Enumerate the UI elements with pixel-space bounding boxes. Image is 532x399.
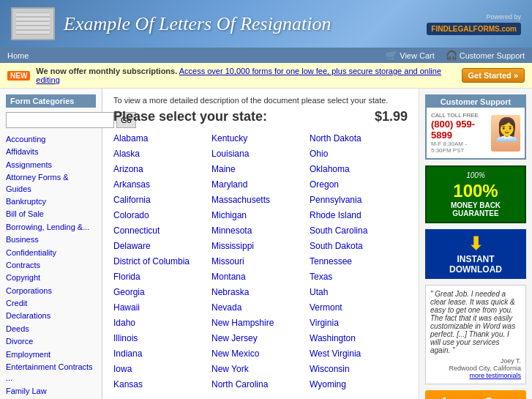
sidebar-link[interactable]: Accounting <box>6 134 96 145</box>
state-link[interactable]: Utah <box>310 286 408 299</box>
state-link[interactable]: West Virginia <box>310 347 408 360</box>
brand-logo: FINDLEGALFORMS.com <box>427 23 521 35</box>
logo-image <box>11 7 55 40</box>
sidebar-link[interactable]: Credit <box>6 298 96 309</box>
sidebar-link[interactable]: Copyright <box>6 272 96 283</box>
state-link[interactable]: Oklahoma <box>310 163 408 176</box>
state-link[interactable]: North Dakota <box>310 132 408 145</box>
header-left: Example Of Letters Of Resignation <box>11 7 331 40</box>
sidebar-link[interactable]: Affidavits <box>6 146 96 157</box>
state-link[interactable]: Wyoming <box>310 378 408 391</box>
sidebar-link[interactable]: Corporations <box>6 286 96 297</box>
sidebar-link[interactable]: Employment <box>6 349 96 360</box>
state-link[interactable]: Hawaii <box>113 301 211 314</box>
sidebar-link[interactable]: Family Law <box>6 386 96 397</box>
state-link[interactable]: Florida <box>113 270 211 283</box>
powered-by-label: Powered by <box>427 13 521 20</box>
state-link[interactable]: New York <box>211 362 310 376</box>
state-link[interactable]: Colorado <box>113 209 211 222</box>
state-link[interactable]: Delaware <box>113 239 211 253</box>
state-link[interactable]: New Jersey <box>211 332 310 345</box>
sidebar-link[interactable]: Borrowing, Lending &... <box>6 222 96 233</box>
state-link[interactable]: Ohio <box>310 147 408 160</box>
nav-home[interactable]: Home <box>7 51 29 60</box>
state-link[interactable]: Michigan <box>211 209 310 222</box>
sidebar-link[interactable]: Attorney Forms & Guides <box>6 172 96 195</box>
sidebar-link[interactable]: Contracts <box>6 260 96 271</box>
sidebar-link[interactable]: Deeds <box>6 324 96 335</box>
support-avatar <box>491 115 520 152</box>
state-link[interactable]: Iowa <box>113 362 211 376</box>
state-link[interactable]: Tennessee <box>310 255 408 268</box>
state-link[interactable]: Oregon <box>310 178 408 191</box>
state-link[interactable]: California <box>113 193 211 206</box>
nav-customer-support[interactable]: 🎧 Customer Support <box>446 50 525 61</box>
search-row: Go <box>6 112 96 128</box>
state-link[interactable]: Pennsylvania <box>310 193 408 206</box>
testimonial-quote: " Great Job. I needed a clear lease. It … <box>430 290 521 354</box>
money-back-guarantee: 100% 100% MONEY BACK GUARANTEE <box>425 165 526 223</box>
sidebar-link[interactable]: Entertainment Contracts ... <box>6 362 96 384</box>
state-link[interactable]: Nevada <box>211 301 310 314</box>
state-link[interactable]: Maryland <box>211 178 310 191</box>
sidebar-link[interactable]: Assignments <box>6 160 96 171</box>
state-link[interactable]: Wisconsin <box>310 362 408 376</box>
money-back-top: 100% <box>431 171 520 179</box>
state-link[interactable]: New Hampshire <box>211 316 310 329</box>
states-col-1: AlabamaAlaskaArizonaArkansasCaliforniaCo… <box>113 132 211 393</box>
state-link[interactable]: Alabama <box>113 132 211 145</box>
state-link[interactable]: Nebraska <box>211 286 310 299</box>
state-link[interactable]: New Mexico <box>211 347 310 360</box>
state-link[interactable]: Virginia <box>310 316 408 329</box>
state-link[interactable]: Mississippi <box>211 239 310 253</box>
price-label: $1.99 <box>375 109 408 124</box>
header-right: Powered by FINDLEGALFORMS.com <box>427 13 521 35</box>
state-link[interactable]: Minnesota <box>211 224 310 237</box>
state-link[interactable]: South Carolina <box>310 224 408 237</box>
sidebar-link[interactable]: Divorce <box>6 336 96 347</box>
money-back-label: MONEY BACK GUARANTEE <box>431 201 520 217</box>
state-link[interactable]: Massachusetts <box>211 193 310 206</box>
state-link[interactable]: Washington <box>310 332 408 345</box>
state-link[interactable]: Montana <box>211 270 310 283</box>
sidebar-link[interactable]: Bill of Sale <box>6 209 96 220</box>
navbar: Home 🛒 View Cart 🎧 Customer Support <box>0 48 532 63</box>
header: Example Of Letters Of Resignation Powere… <box>0 0 532 48</box>
state-link[interactable]: Connecticut <box>113 224 211 237</box>
state-link[interactable]: South Dakota <box>310 239 408 253</box>
search-input[interactable] <box>6 112 114 128</box>
states-grid: AlabamaAlaskaArizonaArkansasCaliforniaCo… <box>113 132 408 393</box>
sidebar-link[interactable]: Declarations <box>6 310 96 321</box>
state-link[interactable]: District of Columbia <box>113 255 211 268</box>
state-link[interactable]: Maine <box>211 163 310 176</box>
state-link[interactable]: Texas <box>310 270 408 283</box>
cart-icon: 🛒 <box>386 50 397 61</box>
state-link[interactable]: Georgia <box>113 286 211 299</box>
state-link[interactable]: Indiana <box>113 347 211 360</box>
state-link[interactable]: North Carolina <box>211 378 310 391</box>
state-link[interactable]: Missouri <box>211 255 310 268</box>
state-link[interactable]: Kentucky <box>211 132 310 145</box>
state-link[interactable]: Idaho <box>113 316 211 329</box>
nav-right: 🛒 View Cart 🎧 Customer Support <box>386 50 525 61</box>
more-testimonials-link[interactable]: more testimonials <box>469 372 521 379</box>
state-link[interactable]: Arkansas <box>113 178 211 191</box>
sidebar-link[interactable]: Confidentiality <box>6 247 96 258</box>
nav-view-cart[interactable]: 🛒 View Cart <box>386 50 434 61</box>
sidebar-link[interactable]: Business <box>6 234 96 245</box>
state-link[interactable]: Arizona <box>113 163 211 176</box>
get-started-button[interactable]: Get Started » <box>462 68 525 83</box>
sidebar-links: AccountingAffidavitsAssignmentsAttorney … <box>6 134 96 399</box>
content-intro: To view a more detailed description of t… <box>113 96 408 105</box>
nav-left: Home <box>7 51 29 61</box>
state-link[interactable]: Kansas <box>113 378 211 391</box>
state-link[interactable]: Illinois <box>113 332 211 345</box>
support-phone: (800) 959-5899 <box>431 119 487 141</box>
support-inner: CALL TOLL FREE (800) 959-5899 M-F 8:30AM… <box>431 112 520 154</box>
state-link[interactable]: Rhode Island <box>310 209 408 222</box>
state-link[interactable]: Louisiana <box>211 147 310 160</box>
sub-bar-text: We now offer monthly subscriptions. Acce… <box>36 67 455 84</box>
sidebar-link[interactable]: Bankruptcy <box>6 196 96 207</box>
state-link[interactable]: Vermont <box>310 301 408 314</box>
state-link[interactable]: Alaska <box>113 147 211 160</box>
